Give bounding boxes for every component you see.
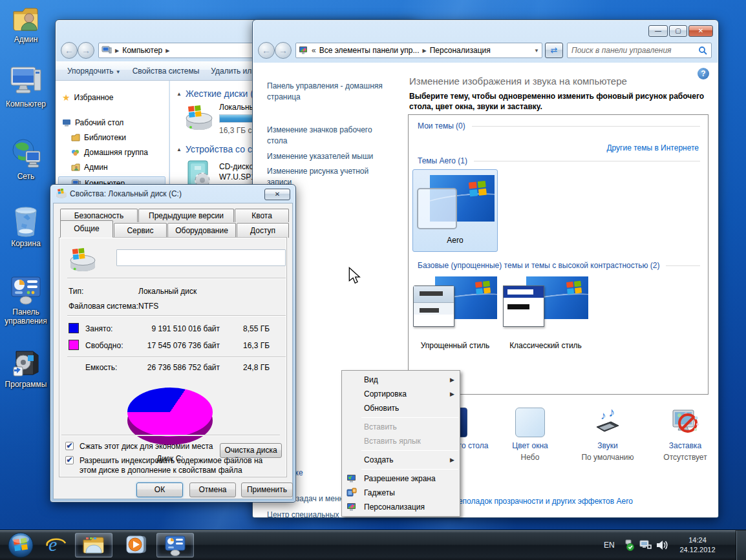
taskbar-ie-button[interactable]: e (41, 533, 71, 557)
index-checkbox[interactable]: ✔ (65, 456, 74, 464)
back-button[interactable]: ← (258, 42, 275, 59)
show-desktop-button[interactable] (736, 530, 746, 560)
menu-item-view[interactable]: Вид▶ (342, 373, 460, 387)
menu-item-new[interactable]: Создать▶ (342, 453, 460, 467)
usb-device-icon[interactable] (622, 539, 635, 552)
window-color-item[interactable]: Цвет окна Небо (491, 408, 569, 462)
personalization-nav-row: ← → « Все элементы панели упр... ▶ Персо… (253, 39, 718, 61)
programs-icon (10, 346, 42, 379)
desktop-icon-programs[interactable]: Программы (0, 346, 52, 389)
sidebar-item-desktop[interactable]: Рабочий стол (62, 118, 123, 127)
user-folder-small-icon (71, 163, 80, 171)
apply-button[interactable]: Применить (241, 482, 293, 497)
desktop: Админ Компьютер Сеть (0, 0, 746, 560)
taskbar-control-panel-button[interactable] (156, 533, 194, 557)
refresh-button[interactable]: ⇄ (545, 43, 563, 58)
disk-small-icon (56, 189, 67, 199)
taskbar-explorer-button[interactable] (75, 533, 112, 557)
breadcrumb-prefix[interactable]: « (312, 46, 316, 55)
classic-window-preview (503, 285, 544, 327)
breadcrumb-parent[interactable]: Все элементы панели упр... (319, 46, 420, 55)
intro-text: Выберите тему, чтобы одновременно измени… (409, 91, 718, 112)
windows-start-orb-icon (8, 532, 34, 558)
breadcrumb-current[interactable]: Персонализация (430, 46, 491, 55)
back-button[interactable]: ← (61, 42, 78, 59)
desktop-icon-control-panel[interactable]: Панель управления (0, 274, 52, 326)
minimize-button[interactable]: — (648, 25, 668, 37)
desktop-icon-network[interactable]: Сеть (0, 137, 52, 181)
volume-icon[interactable] (655, 539, 670, 552)
compress-checkbox-label[interactable]: Сжать этот диск для экономии места (80, 442, 280, 451)
menu-item-screen-resolution[interactable]: Разрешение экрана (342, 472, 460, 486)
menu-item-gadgets[interactable]: Гаджеты (342, 486, 460, 500)
network-status-icon[interactable] (639, 539, 653, 552)
address-dropdown-icon[interactable]: ▼ (534, 48, 539, 54)
desktop-icon-admin[interactable]: Админ (0, 4, 52, 44)
screensaver-item[interactable]: Заставка Отсутствует (646, 408, 719, 462)
close-button[interactable]: ✕ (688, 25, 713, 37)
sidebar-item-admin[interactable]: Админ (71, 163, 108, 172)
system-properties-button[interactable]: Свойства системы (133, 67, 200, 76)
sounds-item[interactable]: ♪♪ Звуки По умолчанию (569, 408, 646, 462)
taskbar-media-player-button[interactable] (119, 533, 153, 557)
dialog-close-button[interactable]: ✕ (264, 189, 290, 200)
address-bar[interactable]: « Все элементы панели упр... ▶ Персонали… (295, 43, 542, 58)
desktop-icon-recycle-bin[interactable]: Корзина (0, 204, 52, 248)
collapse-triangle-icon: ▲ (176, 147, 182, 152)
help-icon[interactable]: ? (698, 68, 709, 79)
tab-previous-versions[interactable]: Предыдущие версии (138, 209, 234, 222)
desktop-icon-label: Админ (0, 35, 52, 44)
control-panel-home-link[interactable]: Панель управления - домашняя страница (267, 81, 383, 103)
forward-button[interactable]: → (78, 42, 94, 59)
basic-themes-header: Базовые (упрощенные) темы и темы с высок… (418, 261, 700, 270)
ok-button[interactable]: ОК (136, 482, 183, 497)
search-box[interactable] (567, 43, 712, 58)
basic-theme-tile[interactable]: Упрощенный стиль (413, 276, 497, 354)
classic-theme-tile[interactable]: Классический стиль (500, 276, 591, 354)
forward-button[interactable]: → (275, 42, 292, 59)
task-change-desktop-icons[interactable]: Изменение значков рабочего стола (267, 125, 380, 147)
tab-general[interactable]: Общие (60, 220, 113, 238)
menu-item-refresh[interactable]: Обновить (342, 401, 460, 415)
tab-hardware[interactable]: Оборудование (167, 223, 236, 238)
sidebar-item-homegroup[interactable]: Домашняя группа (71, 148, 148, 157)
aero-theme-tile[interactable]: Aero (412, 169, 498, 252)
organize-button[interactable]: Упорядочить ▼ (67, 67, 121, 76)
display-settings-icon (164, 534, 187, 556)
taskbar-clock[interactable]: 14:24 24.12.2012 (675, 535, 720, 555)
menu-item-paste-shortcut: Вставить ярлык (342, 434, 460, 448)
compress-checkbox[interactable]: ✔ (65, 442, 74, 450)
cancel-button[interactable]: Отмена (189, 482, 236, 497)
mouse-cursor (348, 267, 362, 284)
submenu-arrow-icon: ▶ (450, 387, 454, 401)
capacity-size: 24,8 ГБ (243, 363, 270, 372)
menu-item-personalization[interactable]: Персонализация (342, 500, 460, 514)
tab-tools[interactable]: Сервис (114, 223, 167, 238)
hdd-group-header[interactable]: ▲ Жесткие диски (1) (176, 88, 261, 99)
search-icon[interactable] (698, 46, 707, 55)
capacity-label: Емкость: (85, 363, 117, 372)
sidebar-item-libraries[interactable]: Библиотеки (71, 133, 126, 142)
divider (472, 126, 700, 127)
sidebar-item-favorites[interactable]: ★ Избранное (62, 92, 113, 103)
volume-label-input[interactable] (116, 249, 286, 266)
maximize-button[interactable]: ▢ (669, 25, 687, 37)
desktop-icon-computer[interactable]: Компьютер (0, 63, 52, 109)
menu-item-sort[interactable]: Сортировка▶ (342, 387, 460, 401)
index-checkbox-label[interactable]: Разрешить индексировать содержимое файло… (80, 456, 279, 475)
tab-sharing[interactable]: Доступ (237, 223, 289, 238)
windows-flag-icon (469, 180, 488, 198)
more-themes-online-link[interactable]: Другие темы в Интернете (606, 143, 699, 152)
libraries-icon (71, 134, 80, 141)
task-change-mouse-pointers[interactable]: Изменение указателей мыши (267, 152, 396, 161)
start-button[interactable] (4, 533, 37, 557)
disk-icon (69, 248, 97, 273)
language-indicator[interactable]: EN (604, 541, 615, 550)
tab-quota[interactable]: Квота (235, 209, 289, 222)
desktop-context-menu: Вид▶ Сортировка▶ Обновить Вставить Встав… (341, 370, 460, 517)
aero-glass-preview (417, 188, 457, 229)
search-input[interactable] (571, 46, 698, 55)
sounds-icon: ♪♪ (593, 408, 623, 437)
breadcrumb-computer[interactable]: Компьютер (122, 46, 162, 55)
windows-flag-icon (566, 280, 583, 296)
